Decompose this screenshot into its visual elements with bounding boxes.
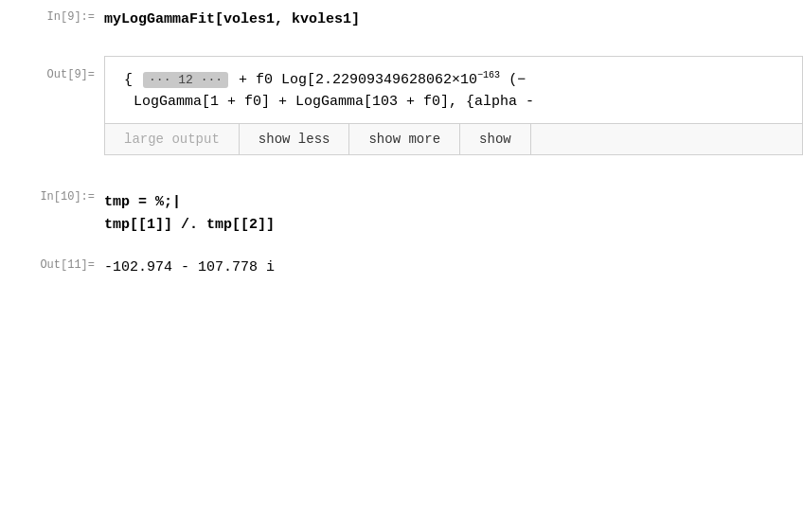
in9-code: myLogGammaFit[voles1, kvoles1] [104,8,803,37]
out9-label: Out[9]= [0,52,104,81]
in10-label: In[10]:= [0,187,104,204]
cell-out9: Out[9]= { ··· 12 ··· + f0 Log[2.22909349… [0,44,803,170]
large-output-btn: large output [105,124,240,154]
ellipsis-badge: ··· 12 ··· [143,72,228,88]
show-more-btn[interactable]: show more [349,124,460,154]
out9-math-line2: LogGamma[1 + f0] + LogGamma[103 + f0], {… [124,94,783,110]
cell-out11: Out[11]= -102.974 - 107.778 i [0,248,803,287]
out9-math-line1: { ··· 12 ··· + f0 Log[2.22909349628062×1… [124,70,783,88]
cell-in9: In[9]:= myLogGammaFit[voles1, kvoles1] [0,0,803,44]
out9-box: { ··· 12 ··· + f0 Log[2.22909349628062×1… [104,56,803,155]
show-less-btn[interactable]: show less [240,124,350,154]
cell-in10: In[10]:= tmp = %;| tmp[[1]] /. tmp[[2]] [0,180,803,248]
out11-content: -102.974 - 107.778 i [104,256,803,279]
in10-line2: tmp[[1]] /. tmp[[2]] [104,214,803,237]
out11-label: Out[11]= [0,256,104,272]
out9-math: { ··· 12 ··· + f0 Log[2.22909349628062×1… [105,57,802,123]
out9-toolbar: large output show less show more show [105,123,802,154]
in9-content: myLogGammaFit[voles1, kvoles1] [104,8,803,37]
in10-line1: tmp = %;| [104,191,803,214]
show-btn[interactable]: show [460,124,531,154]
out11-value: -102.974 - 107.778 i [104,256,803,279]
out9-content: { ··· 12 ··· + f0 Log[2.22909349628062×1… [104,52,803,163]
in10-content: tmp = %;| tmp[[1]] /. tmp[[2]] [104,187,803,240]
in9-label: In[9]:= [0,8,104,24]
in10-code: tmp = %;| tmp[[1]] /. tmp[[2]] [104,187,803,240]
